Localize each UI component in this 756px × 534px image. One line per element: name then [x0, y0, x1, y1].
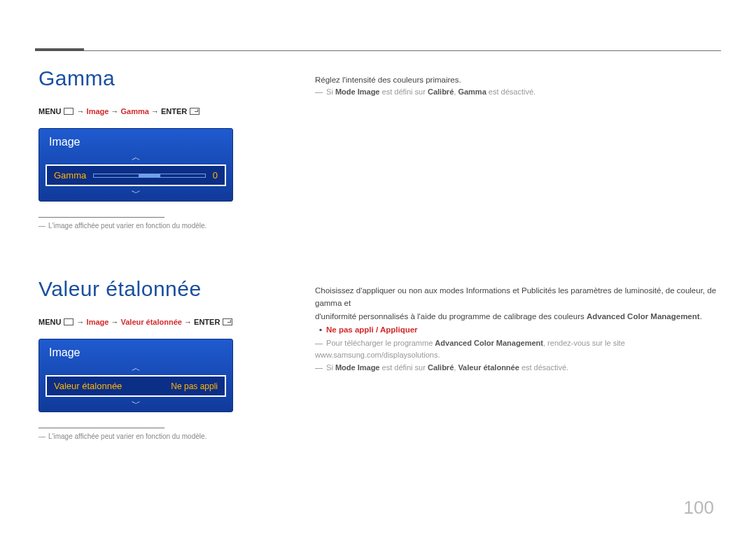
dash-icon: ― [38, 222, 46, 230]
note-seg: est défini sur [379, 87, 427, 96]
path-menu: MENU [38, 318, 61, 326]
chevron-up-icon[interactable]: ︿ [39, 363, 232, 373]
section-valeur-etalonnee: Valeur étalonnée MENU → Image → Valeur é… [38, 277, 718, 440]
menu-icon [64, 318, 74, 325]
osd-item-row[interactable]: Valeur étalonnée Ne pas appli [46, 375, 226, 397]
enter-icon [190, 108, 200, 115]
slider-fill [139, 174, 161, 177]
arrow-icon: → [111, 107, 120, 115]
note-seg: Pour télécharger le programme [326, 339, 435, 347]
menu-path: MENU → Image → Valeur étalonnée → ENTER [38, 318, 315, 326]
gamma-description: Réglez l'intensité des couleurs primaire… [315, 66, 718, 230]
arrow-icon: → [151, 107, 161, 115]
desc-bold: Advanced Color Management [587, 312, 700, 321]
osd-item-value: Ne pas appli [171, 381, 218, 391]
desc-note: ― Si Mode Image est défini sur Calibré, … [315, 86, 718, 99]
footnote-rule [38, 428, 164, 428]
bullet-icon: • [315, 323, 326, 337]
note-seg: est désactivé. [486, 87, 536, 96]
note-bold: Gamma [458, 87, 486, 96]
osd-item-label: Gamma [54, 170, 86, 181]
desc-seg: . [700, 312, 702, 321]
dash-icon: ― [38, 433, 46, 440]
path-item: Gamma [121, 107, 149, 115]
footnote: ―L'image affichée peut varier en fonctio… [38, 222, 315, 230]
note-bold: Mode Image [335, 363, 380, 372]
path-enter: ENTER [194, 318, 220, 326]
menu-icon [64, 108, 74, 115]
menu-path: MENU → Image → Gamma → ENTER [38, 107, 315, 115]
note-bold: Mode Image [335, 87, 380, 96]
footnote: ―L'image affichée peut varier en fonctio… [38, 433, 315, 440]
page-number: 100 [684, 497, 714, 519]
top-thick-rule [35, 48, 84, 51]
note-seg: est désactivé. [519, 363, 568, 372]
desc-seg: d'uniformité personnalisés à l'aide du p… [315, 312, 587, 321]
section-title: Valeur étalonnée [38, 277, 315, 301]
options-bullet: • Ne pas appli / Appliquer [315, 323, 718, 337]
valeur-description: Choisissez d'appliquer ou non aux modes … [315, 277, 718, 440]
dash-icon: ― [315, 339, 323, 347]
chevron-down-icon[interactable]: ﹀ [39, 399, 232, 409]
osd-title: Image [39, 129, 232, 153]
section-title: Gamma [38, 66, 315, 90]
note-bold: Calibré [428, 87, 454, 96]
note-seg: est défini sur [379, 363, 427, 372]
path-item: Valeur étalonnée [121, 318, 182, 326]
arrow-icon: → [111, 318, 120, 326]
osd-item-label: Valeur étalonnée [54, 381, 122, 391]
gamma-slider[interactable] [93, 174, 206, 178]
chevron-down-icon[interactable]: ﹀ [39, 188, 232, 198]
path-enter: ENTER [161, 107, 187, 115]
top-horizontal-rule [35, 50, 721, 51]
osd-item-value: 0 [213, 170, 218, 181]
footnote-text: L'image affichée peut varier en fonction… [48, 222, 206, 230]
desc-note-disabled: ― Si Mode Image est défini sur Calibré, … [315, 362, 718, 374]
arrow-icon: → [77, 107, 87, 115]
valeur-left-col: Valeur étalonnée MENU → Image → Valeur é… [38, 277, 315, 440]
arrow-icon: → [184, 318, 194, 326]
section-gamma: Gamma MENU → Image → Gamma → ENTER Image… [38, 66, 718, 230]
note-seg: Si [326, 87, 335, 96]
dash-icon: ― [315, 363, 323, 372]
path-menu: MENU [38, 107, 61, 115]
page-content: Gamma MENU → Image → Gamma → ENTER Image… [38, 66, 718, 534]
path-image: Image [87, 318, 109, 326]
gamma-left-col: Gamma MENU → Image → Gamma → ENTER Image… [38, 66, 315, 230]
note-seg: Si [326, 363, 335, 372]
arrow-icon: → [77, 318, 87, 326]
osd-title: Image [39, 339, 232, 363]
note-bold: Valeur étalonnée [458, 363, 519, 372]
footnote-rule [38, 217, 164, 218]
osd-item-row[interactable]: Gamma 0 [46, 164, 226, 186]
desc-intro: Réglez l'intensité des couleurs primaire… [315, 73, 718, 86]
desc-note-download: ― Pour télécharger le programme Advanced… [315, 337, 718, 362]
chevron-up-icon[interactable]: ︿ [39, 153, 232, 162]
note-bold: Calibré [428, 363, 454, 372]
osd-widget-gamma: Image ︿ Gamma 0 ﹀ [38, 128, 233, 202]
desc-line1b: d'uniformité personnalisés à l'aide du p… [315, 310, 718, 323]
desc-line1a: Choisissez d'appliquer ou non aux modes … [315, 284, 718, 310]
enter-icon [223, 318, 232, 325]
osd-widget-valeur: Image ︿ Valeur étalonnée Ne pas appli ﹀ [38, 339, 233, 412]
path-image: Image [87, 107, 109, 115]
options-text: Ne pas appli / Appliquer [326, 323, 418, 337]
footnote-text: L'image affichée peut varier en fonction… [48, 433, 206, 440]
dash-icon: ― [315, 87, 323, 96]
note-bold: Advanced Color Management [435, 339, 543, 347]
